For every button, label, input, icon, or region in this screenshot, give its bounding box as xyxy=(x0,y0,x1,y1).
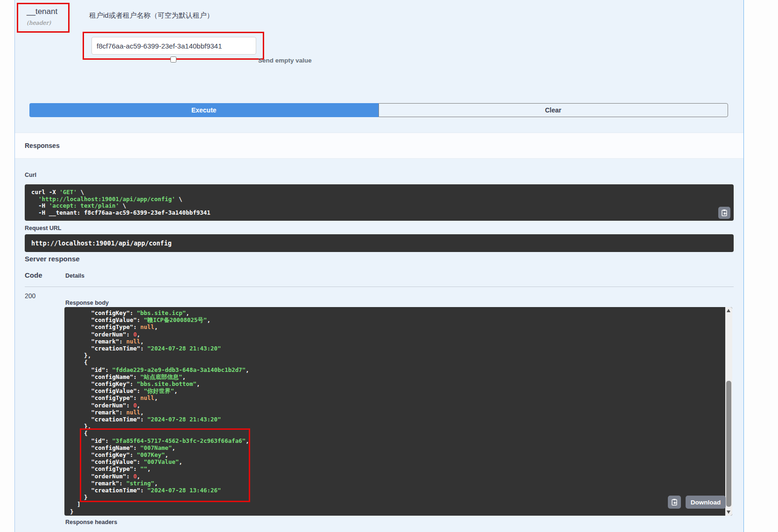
copy-curl-button[interactable] xyxy=(718,207,730,219)
response-body-json: "configKey": "bbs.site.icp", "configValu… xyxy=(70,309,732,515)
execute-row: Execute Clear xyxy=(29,103,728,117)
code-line: }, xyxy=(70,352,732,359)
curl-command-block: curl -X 'GET' \ 'http://localhost:19001/… xyxy=(25,184,734,221)
scrollbar-down-arrow-icon[interactable] xyxy=(727,511,730,514)
code-line: -H 'accept: text/plain' \ xyxy=(31,203,727,210)
code-line: "configValue": "你好世界", xyxy=(70,387,732,394)
code-line: "remark": "string", xyxy=(70,480,732,487)
code-line: "creationTime": "2024-07-28 13:46:26" xyxy=(70,487,732,494)
clear-button[interactable]: Clear xyxy=(378,103,729,117)
scrollbar-thumb[interactable] xyxy=(726,381,731,507)
code-line: "configName": "站点底部信息", xyxy=(70,373,732,380)
scrollbar-up-arrow-icon[interactable] xyxy=(727,309,730,312)
response-body-block: "configKey": "bbs.site.icp", "configValu… xyxy=(64,307,732,516)
code-line: ] xyxy=(70,501,732,508)
response-body-scrollbar[interactable] xyxy=(725,307,732,516)
get-operation-block: __tenant (header) 租户id或者租户名称（可空为默认租户） Se… xyxy=(14,0,744,532)
code-line: "configValue": "赣ICP备20008025号", xyxy=(70,316,732,323)
execute-button[interactable]: Execute xyxy=(29,103,378,117)
code-line: "configKey": "007Key", xyxy=(70,451,732,458)
send-empty-value-checkbox[interactable] xyxy=(170,56,176,63)
code-line: "remark": null, xyxy=(70,338,732,345)
code-line: "orderNum": 0, xyxy=(70,331,732,338)
code-line: } xyxy=(70,494,732,501)
param-name: __tenant xyxy=(27,7,68,16)
param-input-annotation-box xyxy=(83,32,264,60)
responses-title: Responses xyxy=(25,142,60,149)
status-code: 200 xyxy=(25,292,35,300)
code-line: "configName": "007Name", xyxy=(70,444,732,451)
code-line: "configKey": "bbs.site.icp", xyxy=(70,309,732,316)
code-line: "id": "3fa85f64-5717-4562-b3fc-2c963f66a… xyxy=(70,437,732,444)
code-line: "configType": null, xyxy=(70,394,732,401)
param-description: 租户id或者租户名称（可空为默认租户） xyxy=(89,11,214,20)
code-line: "configType": "", xyxy=(70,465,732,472)
copy-to-clipboard-icon xyxy=(721,209,728,217)
code-line: curl -X 'GET' \ xyxy=(31,189,727,196)
code-line: { xyxy=(70,430,732,437)
send-empty-value-label: Send empty value xyxy=(258,57,312,64)
param-location: (header) xyxy=(27,20,68,26)
param-name-annotation-box: __tenant (header) xyxy=(17,3,70,33)
code-line: "configType": null, xyxy=(70,323,732,330)
code-line: -H __tenant: f8cf76aa-ac59-6399-23ef-3a1… xyxy=(31,210,727,217)
response-body-label: Response body xyxy=(65,300,109,306)
curl-label: Curl xyxy=(25,172,36,178)
code-line: "creationTime": "2024-07-28 21:43:20" xyxy=(70,416,732,423)
copy-response-button[interactable] xyxy=(668,496,681,509)
response-headers-label: Response headers xyxy=(65,519,117,525)
code-column-header: Code xyxy=(25,271,42,279)
download-button[interactable]: Download xyxy=(686,496,726,509)
code-line: "remark": null, xyxy=(70,409,732,416)
code-line: "orderNum": 0, xyxy=(70,402,732,409)
server-response-label: Server response xyxy=(25,255,80,263)
request-url-label: Request URL xyxy=(25,225,61,231)
request-url-value: http://localhost:19001/api/app/config xyxy=(31,239,172,247)
code-line: "orderNum": 0, xyxy=(70,473,732,480)
responses-header-band: Responses xyxy=(15,133,743,159)
code-line: "configKey": "bbs.site.bottom", xyxy=(70,380,732,387)
request-url-block: http://localhost:19001/api/app/config xyxy=(25,234,734,252)
code-line: 'http://localhost:19001/api/app/config' … xyxy=(31,196,727,203)
code-line: }, xyxy=(70,423,732,430)
table-divider xyxy=(25,287,734,287)
curl-command-text: curl -X 'GET' \ 'http://localhost:19001/… xyxy=(31,189,727,216)
code-line: "creationTime": "2024-07-28 21:43:20" xyxy=(70,345,732,352)
tenant-input[interactable] xyxy=(91,37,256,55)
code-line: "id": "fddae229-a2e9-ddb3-648a-3a140bc1b… xyxy=(70,366,732,373)
details-column-header: Details xyxy=(65,273,84,279)
code-line: } xyxy=(70,508,732,515)
code-line: { xyxy=(70,359,732,366)
copy-to-clipboard-icon xyxy=(671,498,678,506)
code-line: "configValue": "007Value", xyxy=(70,458,732,465)
